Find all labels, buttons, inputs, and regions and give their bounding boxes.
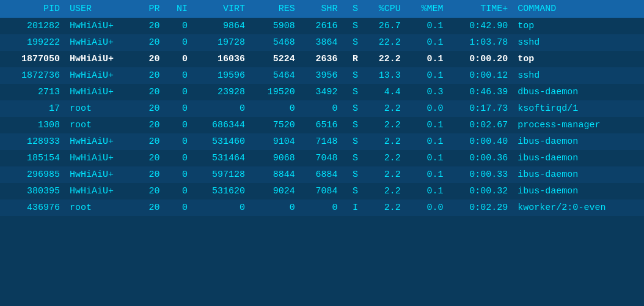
cell-res: 0	[250, 200, 300, 216]
cell-res: 19520	[250, 84, 300, 100]
cell-pctcpu: 2.2	[363, 200, 406, 216]
cell-shr: 0	[300, 200, 343, 216]
column-header-command: COMMAND	[513, 0, 644, 18]
table-row: 1872736HwHiAiU+2001959654643956S13.30.10…	[0, 67, 644, 84]
table-row: 201282HwHiAiU+200986459082616S26.70.10:4…	[0, 18, 644, 34]
cell-pctcpu: 2.2	[363, 133, 406, 150]
cell-pctcpu: 2.2	[363, 117, 406, 133]
cell-virt: 597128	[192, 166, 250, 183]
column-header-pid: PID	[0, 0, 65, 18]
cell-user: root	[65, 117, 137, 133]
cell-virt: 19728	[192, 34, 250, 51]
cell-user: HwHiAiU+	[65, 34, 137, 51]
cell-res: 8844	[250, 166, 300, 183]
cell-pctmem: 0.0	[406, 100, 448, 117]
cell-timeplus: 0:00.12	[448, 67, 513, 84]
cell-ni: 0	[165, 166, 193, 183]
cell-pid: 17	[0, 100, 65, 117]
cell-pid: 2713	[0, 84, 65, 100]
cell-pctmem: 0.1	[406, 133, 448, 150]
cell-res: 5224	[250, 51, 300, 67]
cell-pctmem: 0.1	[406, 166, 448, 183]
cell-s: S	[342, 150, 363, 166]
process-table: PIDUSERPRNIVIRTRESSHRS%CPU%MEMTIME+COMMA…	[0, 0, 644, 216]
cell-shr: 7048	[300, 150, 343, 166]
cell-shr: 3956	[300, 67, 343, 84]
cell-pr: 20	[137, 67, 165, 84]
cell-ni: 0	[165, 183, 193, 200]
cell-command: top	[513, 18, 644, 34]
table-row: 1308root20068634475206516S2.20.10:02.67p…	[0, 117, 644, 133]
cell-command: top	[513, 51, 644, 67]
table-row: 128933HwHiAiU+20053146091047148S2.20.10:…	[0, 133, 644, 150]
cell-pr: 20	[137, 166, 165, 183]
cell-timeplus: 0:02.67	[448, 117, 513, 133]
cell-res: 9104	[250, 133, 300, 150]
cell-command: ibus-daemon	[513, 150, 644, 166]
cell-command: ibus-daemon	[513, 133, 644, 150]
cell-user: HwHiAiU+	[65, 166, 137, 183]
cell-user: root	[65, 100, 137, 117]
cell-res: 5464	[250, 67, 300, 84]
cell-timeplus: 0:00.36	[448, 150, 513, 166]
cell-pr: 20	[137, 100, 165, 117]
cell-command: kworker/2:0-even	[513, 200, 644, 216]
cell-ni: 0	[165, 117, 193, 133]
cell-virt: 531464	[192, 150, 250, 166]
cell-shr: 3864	[300, 34, 343, 51]
cell-s: S	[342, 84, 363, 100]
cell-pid: 185154	[0, 150, 65, 166]
cell-user: HwHiAiU+	[65, 133, 137, 150]
cell-res: 9024	[250, 183, 300, 200]
cell-shr: 2636	[300, 51, 343, 67]
cell-res: 5468	[250, 34, 300, 51]
cell-pctcpu: 2.2	[363, 183, 406, 200]
table-row: 199222HwHiAiU+2001972854683864S22.20.11:…	[0, 34, 644, 51]
table-row: 1877050HwHiAiU+2001603652242636R22.20.10…	[0, 51, 644, 67]
column-header-shr: SHR	[300, 0, 343, 18]
cell-virt: 531460	[192, 133, 250, 150]
table-header-row: PIDUSERPRNIVIRTRESSHRS%CPU%MEMTIME+COMMA…	[0, 0, 644, 18]
cell-pctcpu: 26.7	[363, 18, 406, 34]
cell-timeplus: 0:00.32	[448, 183, 513, 200]
cell-pid: 436976	[0, 200, 65, 216]
cell-pctcpu: 2.2	[363, 166, 406, 183]
cell-pid: 380395	[0, 183, 65, 200]
cell-s: R	[342, 51, 363, 67]
cell-pctmem: 0.1	[406, 18, 448, 34]
cell-pctcpu: 22.2	[363, 51, 406, 67]
column-header-pr: PR	[137, 0, 165, 18]
column-header-pctcpu: %CPU	[363, 0, 406, 18]
cell-pctmem: 0.1	[406, 183, 448, 200]
cell-pr: 20	[137, 51, 165, 67]
cell-pctcpu: 2.2	[363, 100, 406, 117]
cell-virt: 686344	[192, 117, 250, 133]
cell-shr: 0	[300, 100, 343, 117]
cell-command: dbus-daemon	[513, 84, 644, 100]
cell-virt: 531620	[192, 183, 250, 200]
cell-user: HwHiAiU+	[65, 51, 137, 67]
cell-pid: 1308	[0, 117, 65, 133]
cell-res: 9068	[250, 150, 300, 166]
cell-timeplus: 0:00.33	[448, 166, 513, 183]
cell-pr: 20	[137, 18, 165, 34]
cell-command: ksoftirqd/1	[513, 100, 644, 117]
cell-shr: 6516	[300, 117, 343, 133]
column-header-res: RES	[250, 0, 300, 18]
cell-ni: 0	[165, 18, 193, 34]
cell-pctmem: 0.1	[406, 150, 448, 166]
cell-command: sshd	[513, 34, 644, 51]
cell-command: sshd	[513, 67, 644, 84]
cell-pctcpu: 13.3	[363, 67, 406, 84]
cell-ni: 0	[165, 67, 193, 84]
cell-s: S	[342, 100, 363, 117]
cell-res: 5908	[250, 18, 300, 34]
column-header-timeplus: TIME+	[448, 0, 513, 18]
cell-virt: 19596	[192, 67, 250, 84]
cell-pctmem: 0.1	[406, 67, 448, 84]
cell-s: S	[342, 67, 363, 84]
cell-pid: 1872736	[0, 67, 65, 84]
table-row: 436976root200000I2.20.00:02.29kworker/2:…	[0, 200, 644, 216]
cell-ni: 0	[165, 34, 193, 51]
cell-pid: 128933	[0, 133, 65, 150]
